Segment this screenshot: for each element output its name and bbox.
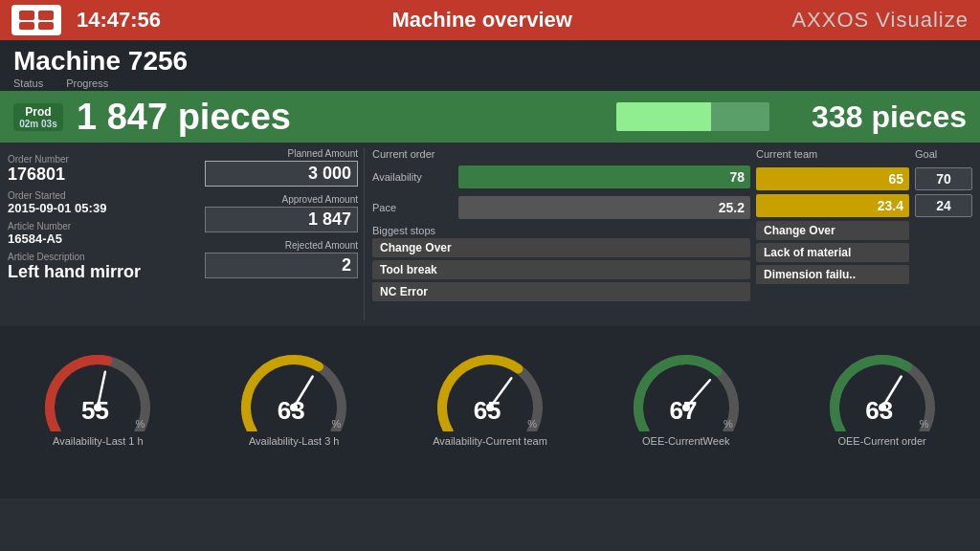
status-label: Status bbox=[13, 77, 43, 89]
order-number: 176801 bbox=[8, 165, 199, 185]
team-avail-bar: 65 bbox=[756, 167, 909, 190]
rejected-amount-row: Rejected Amount 2 bbox=[205, 240, 358, 278]
main-content: Order Number 176801 Order Started 2015-0… bbox=[0, 143, 980, 326]
pieces-row: Prod 02m 03s 1 847 pieces 338 pieces bbox=[0, 91, 980, 143]
progress-bar-bg bbox=[616, 102, 769, 131]
gauge-value-2: 65 bbox=[474, 396, 501, 426]
prod-badge: Prod 02m 03s bbox=[13, 103, 63, 131]
gauge-pct-0: % bbox=[136, 418, 145, 430]
biggest-stops-label: Biggest stops bbox=[372, 225, 750, 236]
gauge-item-3: 67 % OEE-CurrentWeek bbox=[600, 336, 772, 447]
team-panel: Current team 65 23.4 Change Over Lack of… bbox=[756, 148, 909, 320]
progress-bar-fill bbox=[616, 102, 711, 131]
approved-amount-row: Approved Amount 1 847 bbox=[205, 194, 358, 232]
current-order-header: Current order bbox=[372, 148, 750, 160]
pace-label: Pace bbox=[372, 202, 458, 213]
pace-row: Pace 25.2 bbox=[372, 194, 750, 221]
planned-amount-label: Planned Amount bbox=[205, 148, 358, 159]
gauge-value-3: 67 bbox=[669, 396, 697, 426]
approved-amount: 1 847 bbox=[205, 207, 358, 232]
pieces-right: 338 pieces bbox=[775, 99, 967, 135]
gauge-svg-1: 63 % bbox=[232, 336, 356, 431]
stop-1: Change Over bbox=[372, 238, 750, 257]
article-number-label: Article Number bbox=[8, 221, 199, 231]
planned-amount: 3 000 bbox=[205, 161, 358, 187]
stop-3: NC Error bbox=[372, 282, 750, 301]
svg-rect-1 bbox=[38, 11, 54, 20]
svg-rect-2 bbox=[19, 22, 34, 30]
order-started: 2015-09-01 05:39 bbox=[8, 201, 199, 215]
machine-title-section: Machine 7256 Status Progress bbox=[0, 40, 980, 91]
gauge-pct-3: % bbox=[724, 418, 733, 430]
header-time: 14:47:56 bbox=[77, 8, 172, 33]
article-desc-label: Article Description bbox=[8, 252, 199, 262]
gauge-pct-4: % bbox=[920, 418, 929, 430]
goal-panel: Goal 70 24 bbox=[915, 148, 972, 320]
gauge-item-0: 55 % Availability-Last 1 h bbox=[11, 336, 184, 447]
prod-time: 02m 03s bbox=[19, 119, 57, 129]
amounts-panel: Planned Amount 3 000 Approved Amount 1 8… bbox=[205, 148, 358, 320]
gauge-svg-4: 63 % bbox=[820, 336, 945, 431]
gauge-svg-3: 67 % bbox=[624, 336, 748, 431]
gauge-label-3: OEE-CurrentWeek bbox=[642, 435, 730, 447]
availability-bar: 78 bbox=[458, 165, 750, 188]
prod-status: Prod bbox=[19, 105, 57, 119]
order-started-label: Order Started bbox=[8, 190, 199, 201]
gauge-value-1: 63 bbox=[278, 396, 305, 426]
availability-label: Availability bbox=[372, 171, 458, 183]
article-desc: Left hand mirror bbox=[8, 262, 199, 282]
header-title: Machine overview bbox=[172, 8, 791, 33]
stop-2: Tool break bbox=[372, 260, 750, 279]
gauge-value-4: 63 bbox=[865, 396, 893, 426]
brand-name: AXXOS bbox=[791, 8, 869, 32]
rejected-amount: 2 bbox=[205, 253, 358, 278]
progress-label: Progress bbox=[66, 77, 108, 89]
left-panel: Order Number 176801 Order Started 2015-0… bbox=[8, 148, 199, 320]
svg-rect-3 bbox=[38, 22, 54, 30]
machine-name: Machine 7256 bbox=[13, 46, 967, 77]
team-pace-bar: 23.4 bbox=[756, 194, 909, 217]
approved-amount-label: Approved Amount bbox=[205, 194, 358, 205]
order-number-label: Order Number bbox=[8, 154, 199, 165]
goal-header: Goal bbox=[915, 148, 972, 164]
gauge-label-4: OEE-Current order bbox=[837, 435, 925, 447]
gauge-item-4: 63 % OEE-Current order bbox=[796, 336, 969, 447]
gauge-value-0: 55 bbox=[81, 396, 109, 426]
brand-sub: Visualize bbox=[869, 8, 969, 32]
team-stop-1: Change Over bbox=[756, 221, 909, 240]
gauge-label-1: Availability-Last 3 h bbox=[249, 435, 340, 447]
goal-pace: 24 bbox=[915, 194, 972, 217]
availability-row: Availability 78 bbox=[372, 164, 750, 190]
team-stop-2: Lack of material bbox=[756, 243, 909, 262]
rejected-amount-label: Rejected Amount bbox=[205, 240, 358, 251]
gauge-pct-2: % bbox=[527, 418, 537, 430]
progress-bar-area bbox=[616, 99, 769, 135]
header: 14:47:56 Machine overview AXXOS Visualiz… bbox=[0, 0, 980, 40]
gauges-row: 55 % Availability-Last 1 h 63 % Availabi… bbox=[0, 326, 980, 498]
gauge-item-2: 65 % Availability-Current team bbox=[404, 336, 576, 447]
status-progress-labels: Status Progress bbox=[13, 77, 967, 89]
gauge-label-2: Availability-Current team bbox=[433, 435, 547, 447]
center-panel: Current order Availability 78 Pace 25.2 … bbox=[364, 148, 750, 320]
team-stop-3: Dimension failu.. bbox=[756, 265, 909, 284]
gauge-label-0: Availability-Last 1 h bbox=[53, 435, 144, 447]
current-team-header: Current team bbox=[756, 148, 909, 164]
logo bbox=[11, 5, 61, 35]
pace-bar: 25.2 bbox=[458, 196, 750, 219]
gauge-svg-2: 65 % bbox=[428, 336, 552, 431]
article-number: 16584-A5 bbox=[8, 231, 199, 246]
gauge-svg-0: 55 % bbox=[35, 336, 160, 431]
right-section: Current team 65 23.4 Change Over Lack of… bbox=[756, 148, 972, 320]
gauge-pct-1: % bbox=[331, 418, 341, 430]
svg-rect-0 bbox=[19, 11, 34, 20]
planned-amount-row: Planned Amount 3 000 bbox=[205, 148, 358, 187]
goal-avail: 70 bbox=[915, 167, 972, 190]
header-brand: AXXOS Visualize bbox=[791, 8, 969, 33]
gauge-item-1: 63 % Availability-Last 3 h bbox=[208, 336, 380, 447]
